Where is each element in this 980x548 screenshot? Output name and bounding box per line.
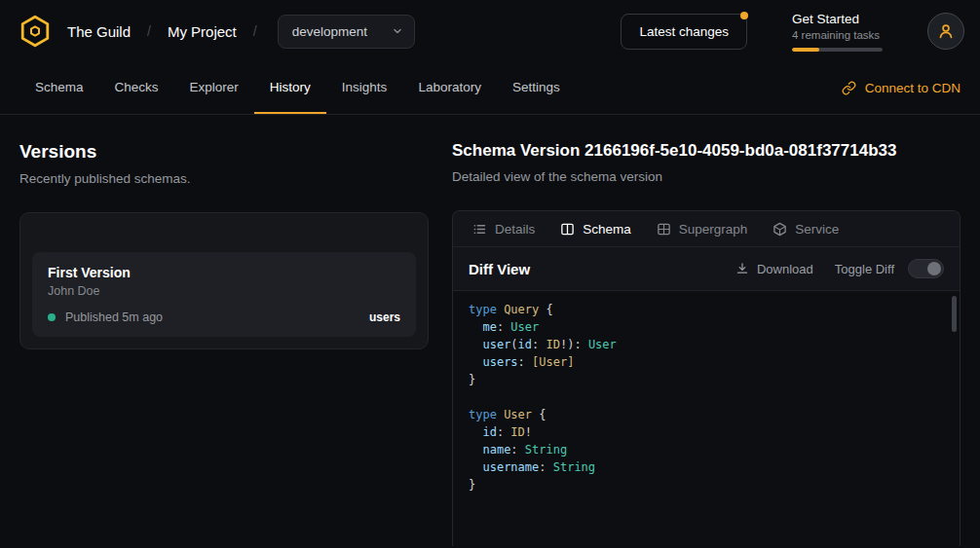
versions-panel: Versions Recently published schemas. Fir… <box>19 141 429 546</box>
environment-select[interactable]: development <box>278 15 415 49</box>
breadcrumb-separator: / <box>253 23 257 39</box>
version-name: First Version <box>48 265 400 280</box>
diff-view-title: Diff View <box>469 261 530 277</box>
download-button[interactable]: Download <box>735 262 813 276</box>
tab-history[interactable]: History <box>254 62 326 114</box>
schema-code-viewer[interactable]: type Query { me: User user(id: ID!): Use… <box>453 291 960 546</box>
app-header: The Guild / My Project / development Lat… <box>0 0 980 62</box>
header-right: Latest changes Get Started 4 remaining t… <box>621 12 964 52</box>
toggle-knob <box>927 262 941 275</box>
hive-logo-icon <box>18 14 53 49</box>
connect-to-cdn-label: Connect to CDN <box>865 81 961 95</box>
primary-nav: SchemaChecksExplorerHistoryInsightsLabor… <box>0 62 980 115</box>
detail-tab-schema[interactable]: Schema <box>548 211 643 246</box>
versions-card: First VersionJohn DoePublished 5m agouse… <box>19 212 429 349</box>
get-started-widget[interactable]: Get Started 4 remaining tasks <box>792 12 883 52</box>
code-line: } <box>469 476 944 493</box>
code-line: username: String <box>469 458 944 476</box>
version-author: John Doe <box>48 284 400 298</box>
breadcrumb: The Guild / My Project / <box>67 23 257 40</box>
versions-title: Versions <box>19 141 429 163</box>
detail-tabs: DetailsSchemaSupergraphService <box>453 211 960 247</box>
code-line: user(id: ID!): User <box>469 336 944 353</box>
hive-logo[interactable] <box>18 14 53 49</box>
user-icon <box>937 22 955 40</box>
chevron-down-icon <box>391 24 404 38</box>
schema-version-subtitle: Detailed view of the schema version <box>452 169 961 184</box>
code-line: me: User <box>469 318 944 336</box>
breadcrumb-org[interactable]: The Guild <box>67 23 131 40</box>
code-lines: type Query { me: User user(id: ID!): Use… <box>469 301 944 493</box>
code-line: users: [User] <box>469 353 944 371</box>
code-line: type User { <box>469 406 944 423</box>
schema-icon <box>560 222 575 237</box>
breadcrumb-separator: / <box>147 23 151 39</box>
code-line <box>469 388 944 406</box>
notification-dot <box>740 12 748 19</box>
toggle-diff-switch[interactable] <box>908 259 944 278</box>
detail-tab-supergraph[interactable]: Supergraph <box>645 211 760 246</box>
toggle-diff-label: Toggle Diff <box>835 262 894 276</box>
version-list-item[interactable]: First VersionJohn DoePublished 5m agouse… <box>32 252 416 337</box>
avatar[interactable] <box>927 13 964 50</box>
list-icon <box>472 222 487 237</box>
main-content: Versions Recently published schemas. Fir… <box>0 115 980 546</box>
versions-subtitle: Recently published schemas. <box>19 171 429 186</box>
download-label: Download <box>757 262 813 276</box>
tab-schema[interactable]: Schema <box>19 62 99 114</box>
version-list: First VersionJohn DoePublished 5m agouse… <box>32 252 416 337</box>
code-line: } <box>469 371 944 388</box>
tab-settings[interactable]: Settings <box>497 62 576 114</box>
code-line: name: String <box>469 441 944 458</box>
latest-changes-label: Latest changes <box>639 24 729 39</box>
schema-detail-card: DetailsSchemaSupergraphService Diff View… <box>452 210 961 546</box>
code-line: id: ID! <box>469 423 944 441</box>
detail-tab-details[interactable]: Details <box>461 211 547 246</box>
version-status-row: Published 5m agousers <box>48 311 400 324</box>
nav-tabs: SchemaChecksExplorerHistoryInsightsLabor… <box>19 62 576 114</box>
latest-changes-button[interactable]: Latest changes <box>621 14 747 50</box>
breadcrumb-project[interactable]: My Project <box>168 23 237 40</box>
tab-insights[interactable]: Insights <box>326 62 403 114</box>
schema-version-title: Schema Version 2166196f-5e10-4059-bd0a-0… <box>452 141 961 161</box>
diff-actions: Download Toggle Diff <box>735 259 944 278</box>
get-started-subtitle: 4 remaining tasks <box>792 29 883 41</box>
link-icon <box>842 81 856 95</box>
tab-laboratory[interactable]: Laboratory <box>402 62 497 114</box>
progress-fill <box>792 48 819 52</box>
get-started-progress-bar <box>792 48 883 52</box>
download-icon <box>735 262 749 275</box>
diff-view-header: Diff View Download Toggle Diff <box>453 247 960 291</box>
service-name-badge: users <box>369 311 400 324</box>
tab-checks[interactable]: Checks <box>99 62 174 114</box>
detail-tab-service[interactable]: Service <box>761 211 850 246</box>
get-started-title: Get Started <box>792 12 883 26</box>
code-line: type Query { <box>469 301 944 318</box>
published-status-dot <box>48 313 56 321</box>
environment-select-value: development <box>292 24 367 39</box>
service-icon <box>773 222 787 237</box>
supergraph-icon <box>657 222 671 237</box>
scrollbar[interactable] <box>952 296 957 332</box>
version-status: Published 5m ago <box>65 311 163 324</box>
tab-explorer[interactable]: Explorer <box>174 62 254 114</box>
schema-version-panel: Schema Version 2166196f-5e10-4059-bd0a-0… <box>452 141 961 546</box>
connect-to-cdn-link[interactable]: Connect to CDN <box>842 62 961 114</box>
